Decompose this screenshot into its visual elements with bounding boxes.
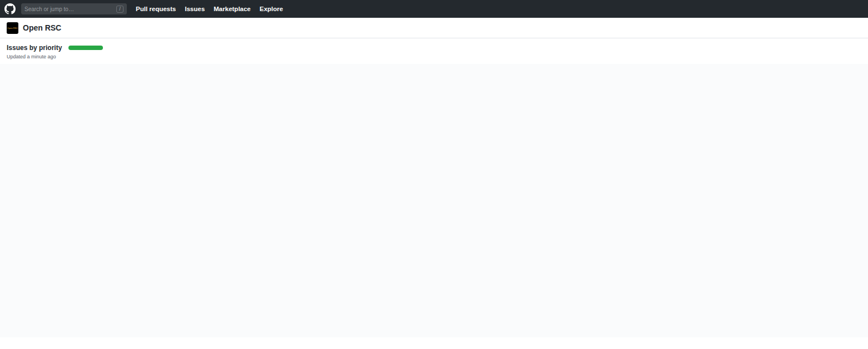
nav-explore[interactable]: Explore [260, 6, 283, 12]
global-search: / [21, 3, 127, 14]
github-logo-icon[interactable] [4, 3, 16, 14]
org-header: Open RSC Open RSC [0, 18, 868, 38]
project-board [0, 64, 868, 337]
project-title[interactable]: Issues by priority [7, 44, 62, 52]
project-progress-bar [68, 46, 103, 50]
project-header: Issues by priority Updated a minute ago [0, 38, 868, 64]
org-name[interactable]: Open RSC [23, 23, 61, 32]
navbar-links: Pull requests Issues Marketplace Explore [136, 6, 283, 12]
nav-pull-requests[interactable]: Pull requests [136, 6, 176, 12]
slash-shortcut-hint: / [116, 6, 124, 13]
search-input[interactable] [24, 6, 116, 12]
project-updated: Updated a minute ago [7, 54, 861, 59]
nav-issues[interactable]: Issues [185, 6, 205, 12]
top-navbar: / Pull requests Issues Marketplace Explo… [0, 0, 868, 18]
org-avatar[interactable]: Open RSC [7, 22, 18, 34]
nav-marketplace[interactable]: Marketplace [214, 6, 250, 12]
